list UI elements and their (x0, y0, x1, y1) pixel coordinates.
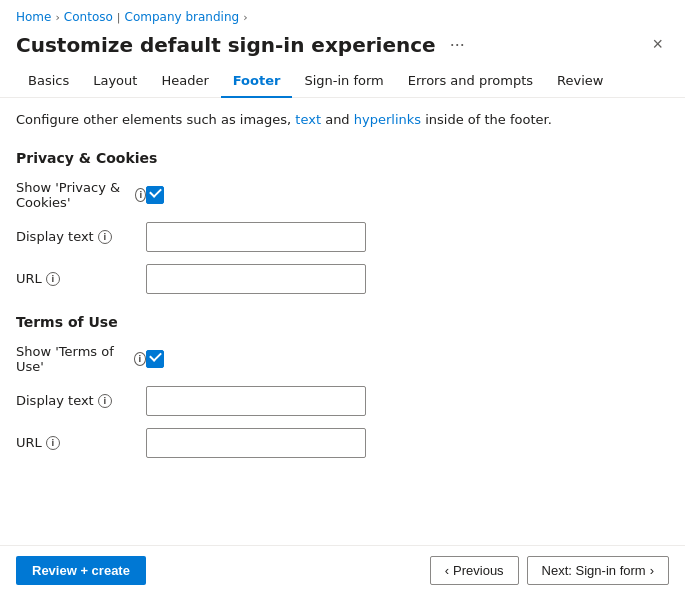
footer-bar: Review + create ‹ Previous Next: Sign-in… (0, 546, 685, 595)
terms-url-input[interactable] (146, 428, 366, 458)
previous-button[interactable]: ‹ Previous (430, 556, 519, 585)
tab-errors-prompts[interactable]: Errors and prompts (396, 65, 545, 98)
privacy-display-text-info-icon[interactable]: i (98, 230, 112, 244)
privacy-url-row: URL i (16, 264, 669, 294)
tab-signin-form[interactable]: Sign-in form (292, 65, 395, 98)
next-button[interactable]: Next: Sign-in form › (527, 556, 669, 585)
info-text-link-hyperlinks[interactable]: hyperlinks (354, 112, 421, 127)
show-privacy-checkbox-wrapper (146, 186, 164, 204)
header-row: Customize default sign-in experience ···… (0, 28, 685, 65)
terms-display-text-info-icon[interactable]: i (98, 394, 112, 408)
breadcrumb-sep-3: › (243, 11, 247, 24)
previous-icon: ‹ (445, 563, 449, 578)
terms-url-label: URL i (16, 435, 146, 450)
info-text: Configure other elements such as images,… (16, 110, 669, 130)
show-privacy-label-text: Show 'Privacy & Cookies' (16, 180, 131, 210)
close-button[interactable]: × (646, 32, 669, 57)
show-privacy-checkbox[interactable] (146, 186, 164, 204)
tab-basics[interactable]: Basics (16, 65, 81, 98)
terms-url-info-icon[interactable]: i (46, 436, 60, 450)
show-terms-checkbox[interactable] (146, 350, 164, 368)
show-privacy-label: Show 'Privacy & Cookies' i (16, 180, 146, 210)
show-privacy-info-icon[interactable]: i (135, 188, 146, 202)
page-title-row: Customize default sign-in experience ··· (16, 32, 471, 57)
terms-url-row: URL i (16, 428, 669, 458)
next-icon: › (650, 563, 654, 578)
terms-of-use-heading: Terms of Use (16, 314, 669, 330)
previous-label: Previous (453, 563, 504, 578)
breadcrumb-sep-1: › (55, 11, 59, 24)
tab-footer[interactable]: Footer (221, 65, 293, 98)
terms-display-text-row: Display text i (16, 386, 669, 416)
more-options-button[interactable]: ··· (444, 32, 471, 57)
next-label: Next: Sign-in form (542, 563, 646, 578)
privacy-display-text-label: Display text i (16, 229, 146, 244)
breadcrumb-home[interactable]: Home (16, 10, 51, 24)
show-terms-checkbox-wrapper (146, 350, 164, 368)
breadcrumb: Home › Contoso | Company branding › (0, 0, 685, 28)
show-terms-label: Show 'Terms of Use' i (16, 344, 146, 374)
terms-display-text-label-text: Display text (16, 393, 94, 408)
review-create-button[interactable]: Review + create (16, 556, 146, 585)
terms-of-use-section: Terms of Use Show 'Terms of Use' i Displ… (16, 314, 669, 458)
terms-url-label-text: URL (16, 435, 42, 450)
tab-review[interactable]: Review (545, 65, 615, 98)
tab-layout[interactable]: Layout (81, 65, 149, 98)
page-title: Customize default sign-in experience (16, 33, 436, 57)
privacy-display-text-label-text: Display text (16, 229, 94, 244)
privacy-url-info-icon[interactable]: i (46, 272, 60, 286)
privacy-url-input[interactable] (146, 264, 366, 294)
content-area: Configure other elements such as images,… (0, 98, 685, 545)
tab-nav: Basics Layout Header Footer Sign-in form… (0, 65, 685, 98)
privacy-display-text-input[interactable] (146, 222, 366, 252)
main-container: Home › Contoso | Company branding › Cust… (0, 0, 685, 595)
show-terms-label-text: Show 'Terms of Use' (16, 344, 130, 374)
privacy-url-label-text: URL (16, 271, 42, 286)
terms-display-text-label: Display text i (16, 393, 146, 408)
breadcrumb-sep-2: | (117, 11, 121, 24)
show-terms-info-icon[interactable]: i (134, 352, 147, 366)
privacy-display-text-row: Display text i (16, 222, 669, 252)
info-text-link-text[interactable]: text (295, 112, 321, 127)
privacy-cookies-heading: Privacy & Cookies (16, 150, 669, 166)
terms-display-text-input[interactable] (146, 386, 366, 416)
show-privacy-row: Show 'Privacy & Cookies' i (16, 180, 669, 210)
privacy-url-label: URL i (16, 271, 146, 286)
breadcrumb-contoso[interactable]: Contoso (64, 10, 113, 24)
nav-button-group: ‹ Previous Next: Sign-in form › (430, 556, 669, 585)
privacy-cookies-section: Privacy & Cookies Show 'Privacy & Cookie… (16, 150, 669, 294)
tab-header[interactable]: Header (149, 65, 220, 98)
show-terms-row: Show 'Terms of Use' i (16, 344, 669, 374)
breadcrumb-company-branding[interactable]: Company branding (125, 10, 240, 24)
